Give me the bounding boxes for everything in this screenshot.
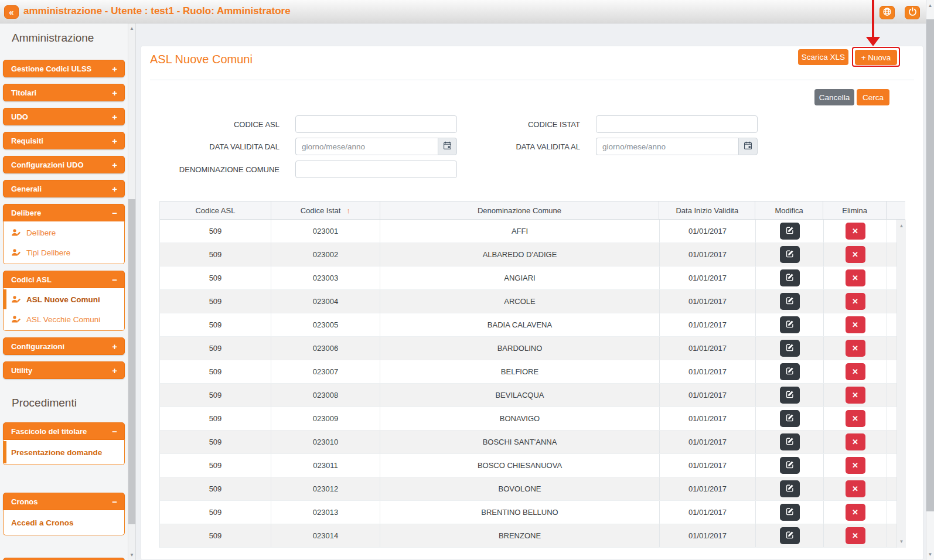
cell-codice-asl: 509	[160, 384, 271, 407]
sidebar-item-asl-nuove-comuni[interactable]: ASL Nuove Comuni	[4, 289, 124, 309]
delete-button[interactable]: ✕	[846, 340, 865, 357]
cell-codice-istat: 023004	[271, 290, 380, 313]
sidebar-item-delibere[interactable]: Delibere	[4, 223, 124, 243]
sidebar-menu-button[interactable]	[3, 558, 125, 560]
codice-istat-input[interactable]	[596, 115, 758, 133]
scroll-down-icon[interactable]: ▼	[897, 539, 906, 544]
column-header-codice-istat[interactable]: Codice Istat ↑	[271, 202, 380, 219]
edit-button[interactable]	[780, 363, 800, 380]
logout-button[interactable]	[905, 6, 920, 19]
codice-asl-input[interactable]	[295, 115, 457, 133]
data-validita-dal-input[interactable]	[295, 138, 438, 155]
calendar-button[interactable]	[738, 138, 758, 155]
cell-comune: BONAVIGO	[380, 407, 660, 430]
sidebar-item-accedi-a-cronos[interactable]: Accedi a Cronos	[4, 511, 124, 534]
menu-label: Delibere	[11, 209, 41, 217]
edit-button[interactable]	[780, 340, 800, 357]
delete-button[interactable]: ✕	[846, 410, 865, 427]
column-header-modifica[interactable]: Modifica	[755, 202, 823, 219]
delete-button[interactable]: ✕	[846, 387, 865, 404]
sidebar-item-presentazione-domande[interactable]: Presentazione domande	[4, 441, 124, 463]
cerca-button[interactable]: Cerca	[857, 89, 889, 105]
delete-button[interactable]: ✕	[846, 316, 865, 333]
cell-comune: ALBAREDO D'ADIGE	[380, 243, 660, 266]
scrollbar-thumb[interactable]	[128, 199, 135, 524]
delete-button[interactable]: ✕	[846, 433, 865, 450]
delete-button[interactable]: ✕	[846, 223, 865, 240]
edit-button[interactable]	[780, 527, 800, 544]
data-validita-al-input[interactable]	[596, 138, 738, 155]
delete-button[interactable]: ✕	[846, 246, 865, 263]
sidebar-item-tipi-delibere[interactable]: Tipi Delibere	[4, 243, 124, 262]
edit-button[interactable]	[780, 246, 800, 263]
delete-button[interactable]: ✕	[846, 504, 865, 521]
minus-icon: −	[112, 275, 117, 285]
delete-button[interactable]: ✕	[846, 480, 865, 497]
sidebar-menu-button[interactable]: UDO +	[3, 108, 125, 125]
cell-codice-asl: 509	[160, 243, 271, 266]
edit-button[interactable]	[780, 457, 800, 474]
cancella-button[interactable]: Cancella	[814, 89, 854, 105]
scroll-up-icon[interactable]: ▲	[926, 3, 934, 8]
sidebar-menu-button[interactable]: Fascicolo del titolare −	[3, 422, 125, 440]
cell-data-inizio: 01/01/2017	[660, 431, 756, 453]
x-icon: ✕	[852, 320, 858, 329]
delete-button[interactable]: ✕	[846, 457, 865, 474]
edit-button[interactable]	[780, 293, 800, 310]
sidebar-menu-button[interactable]: Requisiti +	[3, 132, 125, 149]
sidebar-menu-button[interactable]: Delibere −	[3, 204, 125, 221]
x-icon: ✕	[852, 391, 858, 399]
column-header-data-inizio-validita[interactable]: Data Inizio Validita	[659, 202, 755, 219]
scrollbar-thumb[interactable]	[926, 19, 934, 511]
column-header-codice-asl[interactable]: Codice ASL	[160, 202, 271, 219]
page-scrollbar[interactable]: ▲ ▼	[926, 0, 934, 560]
scroll-down-icon[interactable]: ▼	[128, 552, 135, 558]
collapse-sidebar-button[interactable]: «	[4, 5, 19, 19]
x-icon: ✕	[852, 484, 858, 493]
cell-comune: BRENTINO BELLUNO	[380, 501, 660, 524]
language-button[interactable]	[880, 6, 895, 19]
scroll-up-icon[interactable]: ▲	[897, 223, 906, 228]
annotation-arrow	[872, 0, 874, 37]
table-row: 509 023006 BARDOLINO 01/01/2017 ✕	[160, 337, 905, 360]
cell-comune: BOSCHI SANT'ANNA	[380, 431, 660, 453]
edit-button[interactable]	[780, 433, 800, 450]
sidebar-menu-button[interactable]: Configurazioni +	[3, 337, 125, 355]
edit-button[interactable]	[780, 480, 800, 497]
sidebar-menu-button[interactable]: Gestione Codici ULSS +	[3, 60, 125, 77]
edit-button[interactable]	[780, 410, 800, 427]
sidebar-menu-button[interactable]: Generali +	[3, 180, 125, 197]
column-header-denominazione-comune[interactable]: Denominazione Comune	[380, 202, 660, 219]
denominazione-comune-input[interactable]	[295, 161, 457, 178]
sidebar-menu-button[interactable]: Cronos −	[3, 493, 125, 510]
cell-comune: BELFIORE	[380, 360, 660, 383]
sidebar-menu-button[interactable]: Titolari +	[3, 84, 125, 101]
column-header-elimina[interactable]: Elimina	[823, 202, 887, 219]
delete-button[interactable]: ✕	[846, 293, 865, 310]
scarica-xls-button[interactable]: Scarica XLS	[798, 49, 848, 65]
delete-button[interactable]: ✕	[846, 363, 865, 380]
menu-label: Codici ASL	[11, 275, 52, 284]
menu-label: Configurazioni	[11, 342, 64, 351]
edit-button[interactable]	[780, 387, 800, 404]
sidebar-menu-button[interactable]: Configurazioni UDO +	[3, 156, 125, 173]
cell-codice-istat: 023007	[271, 360, 380, 383]
edit-button[interactable]	[780, 504, 800, 521]
nuova-button[interactable]: + Nuova	[855, 50, 897, 65]
edit-button[interactable]	[780, 223, 800, 240]
cell-codice-asl: 509	[160, 337, 271, 360]
sidebar-scrollbar[interactable]: ▲ ▼	[128, 23, 135, 560]
table-scrollbar[interactable]: ▲ ▼	[896, 220, 906, 548]
delete-button[interactable]: ✕	[846, 527, 865, 544]
sidebar-menu-button[interactable]: Utility +	[3, 361, 125, 379]
edit-button[interactable]	[780, 316, 800, 333]
scroll-up-icon[interactable]: ▲	[128, 26, 135, 31]
edit-button[interactable]	[780, 269, 800, 286]
sidebar-menu-button[interactable]: Codici ASL −	[3, 271, 125, 288]
item-label: Delibere	[26, 228, 56, 237]
scroll-down-icon[interactable]: ▼	[926, 552, 934, 557]
sidebar-menu-configurazioni: Configurazioni +	[3, 337, 125, 355]
delete-button[interactable]: ✕	[846, 269, 865, 286]
sidebar-item-asl-vecchie-comuni[interactable]: ASL Vecchie Comuni	[4, 309, 124, 329]
sidebar-menu-cronos: Cronos − Accedi a Cronos	[3, 493, 125, 535]
